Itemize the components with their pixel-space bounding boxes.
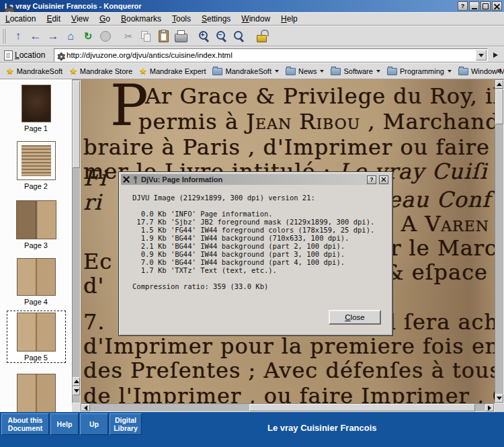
- reload-button[interactable]: ↻: [79, 28, 97, 45]
- up-button[interactable]: Up: [80, 413, 108, 435]
- thumbnail-page-3[interactable]: [16, 200, 56, 239]
- thumbnail-scrollbar[interactable]: [72, 79, 81, 403]
- scroll-down-button[interactable]: [495, 394, 503, 403]
- book-text-fragment: Ec: [83, 249, 112, 274]
- menu-help[interactable]: Help: [276, 13, 303, 25]
- book-text-line: d'Imprimer pour la premiere fois en ve: [83, 333, 495, 359]
- digital-library-button[interactable]: Digital Library: [110, 413, 142, 435]
- thumbnail-pane: Page 1 Page 2 Page 3 Page 4 Page 5: [0, 79, 72, 412]
- book-text-fragment: & eſpace: [384, 259, 488, 285]
- help-button[interactable]: ?: [458, 1, 468, 11]
- book-text-fragment: ri: [83, 190, 102, 215]
- url-dropdown-button[interactable]: [476, 50, 487, 60]
- menu-bookmarks[interactable]: Bookmarks: [116, 13, 167, 25]
- back-icon: ←: [30, 30, 42, 42]
- dialog-help-button[interactable]: ?: [367, 175, 376, 184]
- menu-location[interactable]: Location: [0, 13, 41, 25]
- bookmark-mandrakesoft[interactable]: ★MandrakeSoft: [3, 65, 66, 77]
- toolbar-drag-handle[interactable]: [2, 29, 6, 44]
- bookmark-mandrake-expert[interactable]: ★Mandrake Expert: [136, 65, 209, 77]
- scroll-left-button[interactable]: [81, 404, 90, 411]
- scrollbar-thumb[interactable]: [249, 404, 475, 411]
- book-text-line: Ar Grace & Privilege du Roy, il: [145, 83, 495, 109]
- bookmark-mandrake-store[interactable]: ★Mandrake Store: [66, 65, 136, 77]
- menubar: Location Edit View Go Bookmarks Tools Se…: [0, 12, 504, 26]
- location-icon: [4, 50, 13, 60]
- horizontal-scrollbar[interactable]: [81, 403, 495, 412]
- bookmark-folder-programming[interactable]: Programming: [384, 65, 455, 77]
- folder-icon: [387, 68, 397, 75]
- close-icon: [382, 177, 386, 182]
- book-text-line: permis à Jean Ribou , Marchand: [138, 109, 495, 134]
- help-button[interactable]: Help: [50, 413, 79, 435]
- main-toolbar: ↑ ← → ⌂ ↻ ✂: [0, 26, 504, 46]
- url-combobox[interactable]: [54, 48, 488, 62]
- cut-button[interactable]: ✂: [120, 28, 137, 45]
- info-line: 1.9 Kb 'BG44' IW44 background (710x633, …: [132, 234, 387, 242]
- home-icon: ⌂: [67, 31, 74, 42]
- close-button[interactable]: Close: [329, 310, 381, 325]
- security-button[interactable]: [253, 28, 270, 45]
- stop-button[interactable]: [97, 28, 114, 45]
- star-icon: ★: [139, 67, 147, 75]
- thumbnail-page-1[interactable]: [22, 85, 51, 122]
- thumbnail-page-6[interactable]: [17, 374, 56, 412]
- about-this-document-button[interactable]: About this Document: [1, 413, 49, 435]
- url-input[interactable]: [65, 50, 476, 60]
- window-titlebar[interactable]: Le vray Cuisinier Francois - Konqueror ?: [0, 0, 504, 12]
- menu-settings[interactable]: Settings: [196, 13, 236, 25]
- scroll-down-button[interactable]: [73, 387, 80, 395]
- thumbnail-page-2[interactable]: [17, 141, 56, 180]
- paste-icon: [159, 30, 169, 42]
- scrollbar-thumb[interactable]: [495, 89, 503, 124]
- info-line: 2.1 Kb 'BG44' IW44 background (part 2, 1…: [132, 242, 387, 250]
- thumbnail-page-5[interactable]: [17, 313, 56, 352]
- site-favicon-gear-icon: [57, 52, 62, 58]
- vertical-scrollbar[interactable]: [495, 79, 504, 403]
- chevron-down-icon: [376, 70, 380, 73]
- info-line: 1.5 Kb 'FG44' IW44 foreground colors (17…: [132, 226, 387, 234]
- bookmark-folder-software[interactable]: Software: [327, 65, 383, 77]
- maximize-button[interactable]: [480, 1, 491, 11]
- scroll-up-button[interactable]: [495, 80, 503, 89]
- print-button[interactable]: [172, 28, 190, 45]
- info-line: 7.0 Kb 'BG44' IW44 background (part 4, 1…: [132, 258, 387, 266]
- copy-button[interactable]: [137, 28, 155, 45]
- page-information-dialog: DjVu: Page Information ? DJVU Image (212…: [118, 171, 393, 336]
- book-text-fragment: 7.: [83, 309, 106, 335]
- go-button[interactable]: [491, 50, 500, 60]
- home-button[interactable]: ⌂: [62, 28, 79, 45]
- minimize-button[interactable]: [469, 1, 479, 11]
- bookmark-folder-mandrakesoft[interactable]: MandrakeSoft: [209, 65, 282, 77]
- scroll-up-button[interactable]: [73, 377, 80, 386]
- thumbnail-cell: Page 5: [0, 311, 72, 363]
- menu-go[interactable]: Go: [94, 13, 116, 25]
- thumbnail-page-4[interactable]: [17, 258, 56, 296]
- dialog-title: DjVu: Page Information: [141, 175, 364, 184]
- selected-thumbnail-frame: Page 5: [7, 311, 66, 363]
- info-line: 0.0 Kb 'INFO' Page information.: [132, 210, 387, 218]
- find-button[interactable]: [230, 28, 247, 45]
- menu-edit[interactable]: Edit: [41, 13, 66, 25]
- menu-view[interactable]: View: [66, 13, 94, 25]
- zoom-in-button[interactable]: [195, 28, 212, 45]
- scroll-right-button[interactable]: [485, 404, 494, 411]
- forward-button[interactable]: →: [44, 28, 62, 45]
- dialog-titlebar[interactable]: DjVu: Page Information ?: [121, 174, 390, 185]
- folder-icon: [458, 68, 468, 75]
- back-button[interactable]: ←: [27, 28, 44, 45]
- thumbnail-cell: Page 1: [0, 85, 72, 132]
- location-toolbar: Location: [0, 46, 504, 63]
- bookmark-folder-news[interactable]: News: [282, 65, 328, 77]
- close-button[interactable]: [492, 1, 502, 11]
- zoom-out-button[interactable]: [212, 28, 230, 45]
- paste-button[interactable]: [155, 28, 172, 45]
- scrollbar-thumb[interactable]: [73, 81, 80, 168]
- thumbnail-cell: Page 2: [0, 141, 72, 190]
- bookmark-overflow-icon[interactable]: »: [497, 66, 501, 75]
- info-line: 17.7 Kb 'Sjbz' JB2 foreground mask (2129…: [132, 218, 387, 226]
- up-button[interactable]: ↑: [9, 28, 27, 45]
- dialog-close-button[interactable]: [379, 175, 388, 184]
- menu-tools[interactable]: Tools: [167, 13, 196, 25]
- menu-window[interactable]: Window: [236, 13, 276, 25]
